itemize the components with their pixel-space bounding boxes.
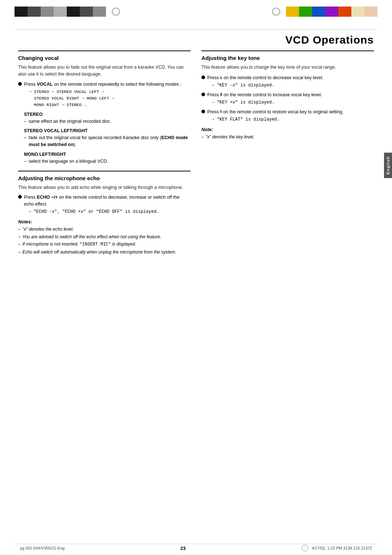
page-title: VCD Operations — [285, 34, 374, 46]
sharp-sym: ♯ — [220, 92, 222, 97]
note-dash-sym4: – — [18, 249, 21, 256]
right-column: Adjusting the key tone This feature allo… — [201, 50, 374, 256]
left-column: Changing vocal This feature allows you t… — [18, 50, 191, 256]
stereo-vocal-text: fade out the original vocal for special … — [29, 134, 191, 148]
echo-note1-text: "x" denotes the echo level. — [23, 226, 74, 233]
footer-circle — [302, 545, 308, 551]
echo-mode-bold: ECHO mode must be switched on — [29, 135, 188, 147]
echo-note1: – "x" denotes the echo level. — [18, 226, 191, 233]
keytone-note1-text: "x" denotes the key level. — [206, 134, 254, 141]
key-bullet-natural: Press ♮ on the remote control to restore… — [201, 109, 374, 123]
mono-title: MONO LEFT/RIGHT — [24, 152, 191, 157]
keytone-notes-title: Note: — [201, 127, 374, 132]
main-content: Changing vocal This feature allows you t… — [0, 50, 392, 256]
key-bullet-dot-sharp — [201, 93, 205, 96]
dash-sym-3: – — [24, 158, 26, 165]
footer-center: 23 — [180, 546, 185, 551]
echo-intro: This feature allows you to add echo whil… — [18, 184, 191, 191]
echo-note2: – You are advised to switch off the echo… — [18, 234, 191, 240]
note-dash-sym3: – — [18, 241, 21, 248]
bullet-dot — [18, 82, 22, 86]
echo-bullet-dot — [18, 195, 22, 199]
key-bullet-sharp: Press ♯ on the remote control to increas… — [201, 92, 374, 106]
sharp-arrow: → "KEY +x" is displayed. — [212, 100, 274, 105]
echo-notes: Notes: – "x" denotes the echo level. – Y… — [18, 219, 191, 255]
left-color-strip — [15, 7, 106, 17]
top-bar — [0, 0, 392, 29]
keytone-notes: Note: – "x" denotes the key level. — [201, 127, 374, 141]
right-circle-mark — [272, 8, 280, 16]
vocal-bullet: Press VOCAL on the remote control repeat… — [18, 81, 191, 108]
note-dash-sym: – — [18, 226, 21, 233]
footer-left: pg 001-034/V355/21-Eng — [20, 546, 65, 550]
keytone-note1: – "x" denotes the key level. — [201, 134, 374, 141]
page-title-area: VCD Operations — [0, 29, 392, 49]
footer-right: 4/17/02, 1:15 PM 3139 115 21372 — [312, 546, 372, 550]
flat-sym: ♭ — [220, 75, 222, 80]
footer-right-area: 4/17/02, 1:15 PM 3139 115 21372 — [302, 545, 372, 551]
key-bullet-dot-flat — [201, 76, 205, 79]
echo-note3-text: If microphone is not inserted, "INSERT M… — [23, 241, 136, 248]
echo-note2-text: You are advised to switch off the echo e… — [23, 234, 162, 240]
mono-dash-text: select the language on a bilingual VCD. — [29, 158, 108, 165]
stereo-dash: – same effect as the original recorded d… — [24, 118, 191, 125]
keytone-intro: This feature allows you to change the ke… — [201, 64, 374, 71]
key-bullet-natural-content: Press ♮ on the remote control to restore… — [207, 109, 374, 123]
echo-bullet-content: Press ECHO −/+ on the remote control to … — [24, 194, 191, 215]
mono-dash: – select the language on a bilingual VCD… — [24, 158, 191, 165]
flat-arrow: → "KEY -x" is displayed. — [212, 83, 274, 88]
key-bullet-dot-natural — [201, 110, 205, 113]
bottom-line — [15, 544, 377, 544]
dash-sym-1: – — [24, 118, 26, 125]
right-color-strip — [286, 7, 377, 17]
note-dash-sym2: – — [18, 234, 21, 240]
stereo-title: STEREO — [24, 112, 191, 117]
left-circle-mark — [112, 8, 120, 16]
echo-note3: – If microphone is not inserted, "INSERT… — [18, 241, 191, 248]
keytone-section-title: Adjusting the key tone — [201, 55, 374, 61]
english-sidebar-tab: English — [384, 153, 392, 178]
natural-arrow: → "KEY FLAT" is displayed. — [212, 117, 279, 122]
stereo-vocal-dash: – fade out the original vocal for specia… — [24, 134, 191, 148]
stereo-subsection: STEREO – same effect as the original rec… — [18, 112, 191, 125]
dash-sym-2: – — [24, 134, 26, 148]
vocal-bullet-content: Press VOCAL on the remote control repeat… — [24, 81, 191, 108]
changing-vocal-title: Changing vocal — [18, 55, 191, 61]
echo-note4-text: Echo will switch off automatically when … — [23, 249, 176, 256]
changing-vocal-intro: This feature allows you to fade out the … — [18, 64, 191, 78]
section-divider — [18, 171, 191, 171]
echo-bullet: Press ECHO −/+ on the remote control to … — [18, 194, 191, 215]
echo-arrow: → "ECHO -x", "ECHO +x" or "ECHO OFF" is … — [28, 209, 159, 214]
echo-note4: – Echo will switch off automatically whe… — [18, 249, 191, 256]
echo-notes-title: Notes: — [18, 219, 191, 224]
echo-section-title: Adjusting the microphone echo — [18, 175, 191, 181]
key-bullet-sharp-content: Press ♯ on the remote control to increas… — [207, 92, 374, 106]
modes-line: → STEREO → STEREO VOCAL LEFT → STEREO VO… — [29, 89, 191, 108]
stereo-dash-text: same effect as the original recorded dis… — [29, 118, 111, 125]
mono-subsection: MONO LEFT/RIGHT – select the language on… — [18, 152, 191, 165]
stereo-vocal-title: STEREO VOCAL LEFT/RIGHT — [24, 128, 191, 133]
key-bullet-flat-content: Press ♭ on the remote control to decreas… — [207, 74, 374, 89]
natural-sym: ♮ — [220, 109, 222, 114]
keytone-note-dash: – — [201, 134, 204, 141]
key-bullet-flat: Press ♭ on the remote control to decreas… — [201, 74, 374, 89]
echo-bold: ECHO −/+ — [37, 195, 58, 200]
stereo-vocal-subsection: STEREO VOCAL LEFT/RIGHT – fade out the o… — [18, 128, 191, 148]
footer: pg 001-034/V355/21-Eng 23 4/17/02, 1:15 … — [0, 545, 392, 551]
vocal-bold: VOCAL — [37, 82, 53, 87]
